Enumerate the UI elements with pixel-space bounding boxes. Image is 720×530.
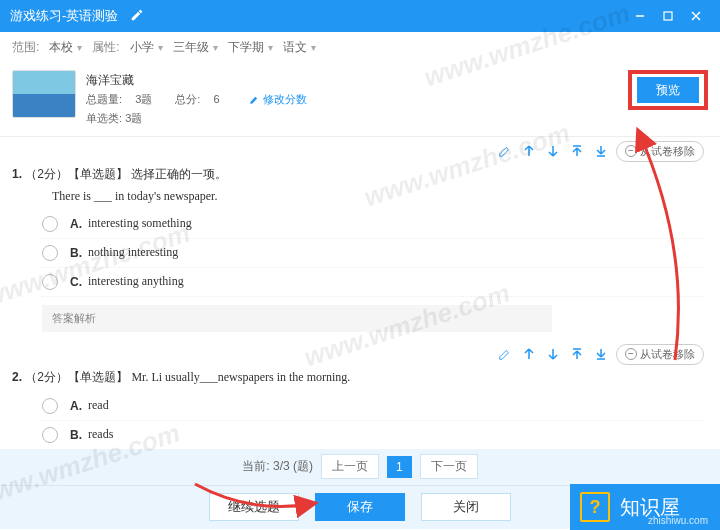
maximize-button[interactable] (654, 10, 682, 22)
q1-option-b[interactable]: B.nothing interesting (42, 239, 704, 268)
q2-number: 2. (12, 370, 22, 384)
move-top-icon[interactable] (568, 345, 586, 363)
q1-analysis[interactable]: 答案解析 (42, 305, 552, 332)
titlebar: 游戏练习-英语测验 (0, 0, 720, 32)
pager-info: 当前: 3/3 (题) (242, 458, 313, 475)
score-label: 总分: (175, 93, 200, 105)
grade-value[interactable]: 小学 (130, 39, 163, 56)
save-button[interactable]: 保存 (315, 493, 405, 521)
radio-icon (42, 274, 58, 290)
page-number[interactable]: 1 (387, 456, 412, 478)
pager: 当前: 3/3 (题) 上一页 1 下一页 (0, 449, 720, 485)
svg-rect-1 (664, 12, 672, 20)
edit-question-icon[interactable] (496, 142, 514, 160)
scope-label: 范围: (12, 39, 39, 56)
move-up-icon[interactable] (520, 345, 538, 363)
question-tools: −从试卷移除 (12, 344, 704, 365)
attr-label: 属性: (92, 39, 119, 56)
preview-highlight: 预览 (628, 70, 708, 110)
prev-page-button[interactable]: 上一页 (321, 454, 379, 479)
total-value: 3题 (135, 93, 152, 105)
close-footer-button[interactable]: 关闭 (421, 493, 511, 521)
q1-option-c[interactable]: C.interesting anything (42, 268, 704, 297)
subject-value[interactable]: 语文 (283, 39, 316, 56)
quiz-name: 海洋宝藏 (86, 70, 327, 90)
move-up-icon[interactable] (520, 142, 538, 160)
move-bottom-icon[interactable] (592, 345, 610, 363)
edit-icon[interactable] (130, 8, 144, 25)
question-tools: −从试卷移除 (12, 141, 704, 162)
single-value: 3题 (125, 112, 142, 124)
annotation-arrow-preview (630, 130, 690, 373)
single-label: 单选类: (86, 112, 122, 124)
radio-icon (42, 216, 58, 232)
question-1: 1. （2分）【单选题】 选择正确的一项。 There is ___ in to… (12, 166, 704, 332)
q1-stem: There is ___ in today's newspaper. (52, 189, 704, 204)
q2-meta: （2分）【单选题】 (25, 370, 128, 384)
zhishiwu-sub: zhishiwu.com (648, 515, 708, 526)
preview-button[interactable]: 预览 (637, 77, 699, 103)
term-value[interactable]: 下学期 (228, 39, 273, 56)
modify-score-link[interactable]: 修改分数 (249, 93, 317, 105)
q2-stem: Mr. Li usually___newspapers in the morni… (131, 370, 350, 384)
total-label: 总题量: (86, 93, 122, 105)
question-2: 2. （2分）【单选题】 Mr. Li usually___newspapers… (12, 369, 704, 449)
q1-meta: （2分）【单选题】 (25, 167, 128, 181)
edit-question-icon[interactable] (496, 345, 514, 363)
q2-option-a[interactable]: A.read (42, 392, 704, 421)
score-value: 6 (213, 93, 219, 105)
radio-icon (42, 427, 58, 443)
annotation-arrow-save (190, 479, 320, 522)
window-title: 游戏练习-英语测验 (10, 7, 118, 25)
zhishiwu-logo-icon: ? (580, 492, 610, 522)
q1-number: 1. (12, 167, 22, 181)
quiz-thumbnail (12, 70, 76, 118)
next-page-button[interactable]: 下一页 (420, 454, 478, 479)
move-down-icon[interactable] (544, 142, 562, 160)
scope-value[interactable]: 本校 (49, 39, 82, 56)
zhishiwu-badge: ? 知识屋 zhishiwu.com (570, 484, 720, 530)
move-bottom-icon[interactable] (592, 142, 610, 160)
radio-icon (42, 245, 58, 261)
filter-bar: 范围: 本校 属性: 小学 三年级 下学期 语文 (0, 32, 720, 62)
move-down-icon[interactable] (544, 345, 562, 363)
move-top-icon[interactable] (568, 142, 586, 160)
year-value[interactable]: 三年级 (173, 39, 218, 56)
q2-option-b[interactable]: B.reads (42, 421, 704, 449)
question-content: −从试卷移除 1. （2分）【单选题】 选择正确的一项。 There is __… (0, 137, 720, 449)
radio-icon (42, 398, 58, 414)
minimize-button[interactable] (626, 10, 654, 22)
q1-option-a[interactable]: A.interesting something (42, 210, 704, 239)
summary-panel: 海洋宝藏 总题量: 3题 总分: 6 修改分数 单选类: 3题 预览 (0, 62, 720, 137)
close-button[interactable] (682, 10, 710, 22)
q1-title: 选择正确的一项。 (131, 167, 227, 181)
